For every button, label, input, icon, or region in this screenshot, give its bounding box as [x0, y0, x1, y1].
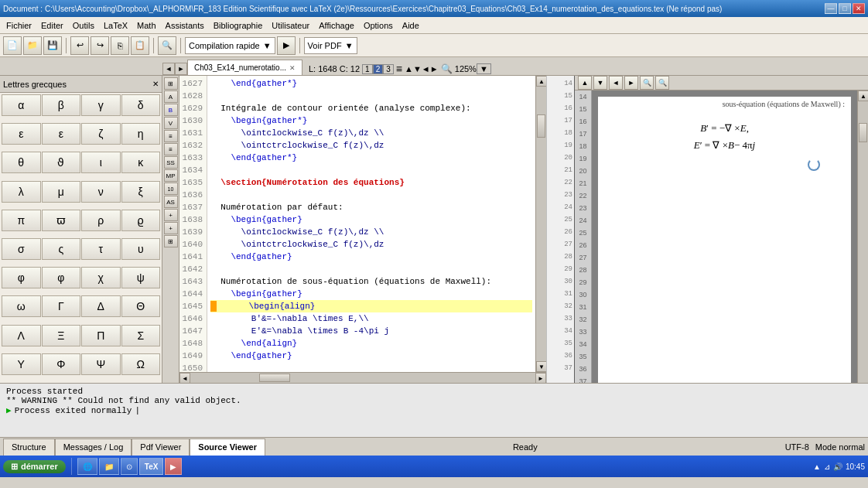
side-btn-13[interactable]: ⊞ [164, 235, 178, 247]
zoom-dropdown-icon[interactable]: ▼ [477, 63, 491, 74]
pdf-nav-prev[interactable]: ▲ [578, 76, 592, 90]
code-line-1645[interactable]: \begin{align} [210, 300, 532, 312]
menu-latex[interactable]: LaTeX [99, 19, 132, 32]
editor-vscroll[interactable]: ▲ ▼ [535, 76, 546, 372]
greek-btn-0[interactable]: α [2, 94, 41, 116]
greek-btn-29[interactable]: Γ [42, 295, 81, 317]
code-line-1630[interactable]: \begin{gather*} [210, 114, 532, 127]
side-btn-8[interactable]: MP [164, 169, 178, 182]
greek-btn-4[interactable]: ε [2, 123, 41, 145]
paste-button[interactable]: 📋 [131, 36, 149, 55]
editor-hscroll[interactable]: ◄ ► [179, 372, 546, 383]
greek-btn-39[interactable]: Ω [121, 353, 161, 375]
greek-btn-18[interactable]: ρ [81, 210, 121, 231]
greek-btn-35[interactable]: Σ [121, 325, 161, 346]
greek-btn-38[interactable]: Ψ [81, 353, 121, 375]
menu-affichage[interactable]: Affichage [314, 19, 359, 32]
greek-btn-22[interactable]: τ [81, 238, 121, 260]
side-btn-10[interactable]: AS [164, 196, 178, 208]
greek-btn-15[interactable]: ξ [121, 181, 161, 203]
greek-btn-6[interactable]: ζ [81, 123, 121, 145]
greek-btn-16[interactable]: π [2, 210, 41, 231]
hscroll-left[interactable]: ◄ [179, 373, 190, 383]
greek-btn-25[interactable]: φ [42, 267, 81, 288]
greek-btn-5[interactable]: ε [42, 123, 81, 145]
code-line-1628[interactable] [210, 90, 532, 102]
redo-button[interactable]: ↪ [91, 36, 109, 55]
menu-aide[interactable]: Aide [398, 19, 424, 32]
menu-bibliographie[interactable]: Bibliographie [209, 19, 268, 32]
greek-btn-10[interactable]: ι [81, 152, 121, 173]
greek-btn-21[interactable]: ς [42, 238, 81, 260]
tab-messages[interactable]: Messages / Log [55, 439, 132, 456]
taskbar-app-ie[interactable]: 🌐 [77, 458, 97, 475]
greek-panel-close[interactable]: ✕ [152, 80, 159, 88]
copy-button[interactable]: ⎘ [111, 36, 129, 55]
greek-btn-11[interactable]: κ [121, 152, 161, 173]
pdf-vscroll-track[interactable] [858, 101, 868, 383]
open-button[interactable]: 📁 [23, 36, 42, 55]
menu-assistants[interactable]: Assistants [161, 19, 209, 32]
code-line-1638[interactable]: \begin{gather} [210, 213, 532, 226]
greek-btn-31[interactable]: Θ [121, 295, 161, 317]
vscroll-thumb[interactable] [537, 114, 545, 138]
greek-btn-32[interactable]: Λ [2, 325, 41, 346]
pdf-nav-left[interactable]: ◄ [609, 76, 623, 90]
side-btn-12[interactable]: + [164, 222, 178, 234]
hscroll-track[interactable] [190, 373, 535, 383]
pdf-zoom-out[interactable]: 🔍 [655, 76, 669, 90]
maximize-button[interactable]: □ [839, 3, 851, 14]
side-btn-2[interactable]: A [164, 90, 178, 103]
code-line-1634[interactable] [210, 164, 532, 176]
greek-btn-28[interactable]: ω [2, 295, 41, 317]
greek-btn-8[interactable]: θ [2, 152, 41, 173]
menu-utilisateur[interactable]: Utilisateur [267, 19, 314, 32]
code-line-1647[interactable]: E'&=\nabla \times B -4\pi j [210, 325, 532, 337]
search-button[interactable]: 🔍 [158, 36, 176, 55]
greek-btn-9[interactable]: ϑ [42, 152, 81, 173]
code-line-1649[interactable]: \end{gather} [210, 350, 532, 362]
code-line-1643[interactable]: Numérotation de sous-équation (équations… [210, 275, 532, 288]
compile-run-button[interactable]: ▶ [277, 36, 296, 55]
code-line-1648[interactable]: \end{align} [210, 337, 532, 350]
tab-source-viewer[interactable]: Source Viewer [190, 439, 265, 456]
menu-options[interactable]: Options [359, 19, 398, 32]
greek-btn-19[interactable]: ϱ [121, 210, 161, 231]
side-btn-7[interactable]: SS [164, 156, 178, 169]
greek-btn-20[interactable]: σ [2, 238, 41, 260]
side-btn-9[interactable]: 10 [164, 183, 178, 195]
tab-nav-next[interactable]: ► [175, 63, 187, 75]
greek-btn-1[interactable]: β [42, 94, 81, 116]
vscroll-track[interactable] [536, 87, 546, 361]
code-line-1627[interactable]: \end{gather*} [210, 77, 532, 90]
active-tab[interactable]: Ch03_Ex14_numerotatio... ✕ [187, 60, 302, 75]
code-line-1629[interactable]: Intégrale de contour orientée (analyse c… [210, 102, 532, 114]
greek-btn-17[interactable]: ϖ [42, 210, 81, 231]
undo-button[interactable]: ↩ [70, 36, 89, 55]
menu-outils[interactable]: Outils [68, 19, 99, 32]
greek-btn-23[interactable]: υ [121, 238, 161, 260]
taskbar-app-ppt[interactable]: ▶ [165, 458, 182, 475]
side-btn-3[interactable]: B [164, 104, 178, 116]
greek-btn-3[interactable]: δ [121, 94, 161, 116]
code-line-1642[interactable] [210, 263, 532, 275]
code-line-1646[interactable]: B'&=-\nabla \times E,\\ [210, 312, 532, 325]
menu-math[interactable]: Math [132, 19, 160, 32]
greek-btn-30[interactable]: Δ [81, 295, 121, 317]
tab-nav-prev[interactable]: ◄ [162, 63, 175, 75]
hscroll-thumb[interactable] [259, 374, 290, 382]
code-line-1637[interactable]: Numérotation par défaut: [210, 201, 532, 213]
code-line-1640[interactable]: \ointctrclockwise_C f(z)\,dz [210, 238, 532, 251]
hscroll-right[interactable]: ► [535, 373, 546, 383]
taskbar-app-explorer[interactable]: 📁 [99, 458, 119, 475]
side-btn-4[interactable]: V [164, 117, 178, 129]
greek-btn-7[interactable]: η [121, 123, 161, 145]
view-pdf-dropdown[interactable]: Voir PDF ▼ [304, 37, 357, 54]
pdf-nav-next[interactable]: ▼ [593, 76, 607, 90]
code-line-1641[interactable]: \end{gather} [210, 251, 532, 263]
greek-btn-13[interactable]: μ [42, 181, 81, 203]
menu-fichier[interactable]: Fichier [2, 19, 36, 32]
menu-editer[interactable]: Editer [36, 19, 68, 32]
greek-btn-37[interactable]: Φ [42, 353, 81, 375]
new-button[interactable]: 📄 [3, 36, 22, 55]
